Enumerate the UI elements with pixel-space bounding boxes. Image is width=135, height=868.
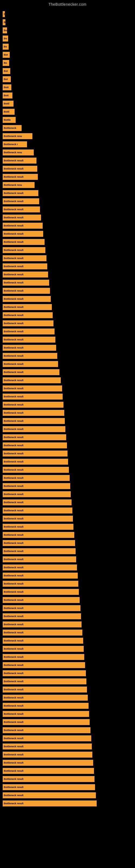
bar-row: Bottleneck result — [3, 572, 130, 579]
bar-row: Bottleneck result — [3, 767, 130, 775]
bar-row: Bottleneck result — [3, 702, 130, 710]
bar-row: Bottleneck result — [3, 735, 130, 742]
bar-row: Bottleneck result — [3, 613, 130, 620]
bottleneck-bar: Bottleneck result — [3, 190, 38, 196]
bottleneck-bar: Bottleneck result — [3, 581, 78, 587]
bar-row: Bottleneck result — [3, 344, 130, 351]
bottleneck-bar: Bottleneck result — [3, 410, 64, 416]
bottleneck-bar: Bottleneck result — [3, 394, 63, 400]
bar-row: Bottleneck result — [3, 222, 130, 229]
bottleneck-bar: Bottleneck result — [3, 345, 56, 351]
bottleneck-bar: Bottleneck result — [3, 239, 45, 245]
bottleneck-bar: Bottleneck result — [3, 369, 59, 375]
bar-row: Bottleneck result — [3, 775, 130, 783]
bar-row: Bottleneck result — [3, 580, 130, 588]
bar-row: Bottleneck result — [3, 547, 130, 555]
bar-row: Bottleneck result — [3, 157, 130, 164]
bottleneck-bar: Bottleneck result — [3, 654, 84, 660]
bar-row: Bottleneck result — [3, 417, 130, 425]
bottleneck-bar: Bottleneck result — [3, 166, 37, 172]
bar-row: Bottleneck result — [3, 718, 130, 726]
bottleneck-bar: Bottleneck result — [3, 434, 66, 440]
bottleneck-bar: Bottleneck result — [3, 329, 54, 335]
site-title: TheBottlenecker.com — [0, 0, 135, 8]
bar-row: Bottleneck result — [3, 360, 130, 368]
bar-row: Bottleneck result — [3, 295, 130, 303]
bar-row: Bottleneck result — [3, 710, 130, 718]
bottleneck-bar: Bottleneck result — [3, 686, 87, 692]
bottleneck-bar: Bottleneck result — [3, 801, 97, 806]
bottleneck-bar: Bo — [3, 60, 9, 66]
bar-row: Bottleneck result — [3, 604, 130, 612]
bar-row: Bottleneck result — [3, 523, 130, 531]
bar-row: Bottleneck result — [3, 393, 130, 400]
bottleneck-bar: Bottleneck result — [3, 223, 43, 229]
bar-row: Bottleneck result — [3, 759, 130, 767]
bar-row: Bottleneck result — [3, 515, 130, 522]
bottleneck-bar: Bottleneck result — [3, 548, 76, 554]
bar-row: Bottleneck result — [3, 686, 130, 693]
bar-row: Bottleneck result — [3, 165, 130, 173]
bar-row: Bottleneck result — [3, 751, 130, 758]
bar-row: Bottleneck result — [3, 507, 130, 514]
bottleneck-bar: Bottle — [3, 117, 16, 123]
bottleneck-bar: Bottleneck result — [3, 231, 43, 237]
bottleneck-bar: Bottleneck result — [3, 402, 63, 408]
bottleneck-bar: Bottleneck result — [3, 532, 74, 538]
bottleneck-bar: Bottleneck result — [3, 784, 95, 790]
bar-row: Bottleneck result — [3, 482, 130, 490]
bar-row: Bottleneck resu — [3, 149, 130, 156]
bottleneck-bar: Bott — [3, 84, 11, 90]
bar-row: Bottleneck result — [3, 564, 130, 571]
bottleneck-bar: Bottleneck result — [3, 337, 55, 343]
bottleneck-bar: Bottleneck result — [3, 215, 41, 220]
bar-row: Bottleneck result — [3, 653, 130, 661]
bar-row: Bottl — [3, 100, 130, 107]
bar-row: Bottleneck result — [3, 499, 130, 506]
bottleneck-bar: Bottleneck result — [3, 304, 52, 310]
bottleneck-bar: Bottleneck result — [3, 353, 57, 359]
bottleneck-bar: Bottleneck result — [3, 280, 49, 286]
bottleneck-bar: Bottleneck result — [3, 776, 94, 782]
bottleneck-bar: Bottleneck result — [3, 426, 65, 432]
bar-row: Bottleneck result — [3, 328, 130, 335]
bar-row: Bottleneck result — [3, 678, 130, 685]
bar-row: Bottleneck result — [3, 425, 130, 433]
bottleneck-bar: B — [3, 11, 5, 17]
bottleneck-bar: Bottleneck result — [3, 760, 93, 766]
bar-row: Bottleneck resu — [3, 132, 130, 140]
bar-row: Bottleneck result — [3, 588, 130, 596]
bottleneck-bar: Bot — [3, 52, 10, 58]
bottleneck-bar: Bottleneck result — [3, 711, 89, 717]
bar-row: Bottleneck result — [3, 556, 130, 563]
bar-row: Bot — [3, 67, 130, 75]
bottleneck-bar: Bottleneck result — [3, 320, 53, 326]
bar-row: Bottleneck result — [3, 401, 130, 408]
bottleneck-bar: Bottleneck result — [3, 312, 53, 318]
bar-row: Bottleneck result — [3, 531, 130, 539]
bottleneck-bar: Bottleneck result — [3, 418, 65, 424]
bar-row: Bottleneck result — [3, 376, 130, 384]
bottleneck-bar: Bottleneck — [3, 125, 21, 131]
bar-row: Bottleneck — [3, 124, 130, 132]
bottleneck-bar: Bottl — [3, 101, 13, 106]
bottleneck-bar: Bottleneck result — [3, 475, 70, 481]
bottleneck-bar: Bottleneck result — [3, 662, 85, 668]
bar-row: Bottleneck result — [3, 694, 130, 702]
bottleneck-bar: Bottleneck resu — [3, 182, 35, 188]
bottleneck-bar: Bottleneck result — [3, 597, 80, 603]
bottleneck-bar: Bottleneck result — [3, 507, 72, 514]
bar-row: Bottleneck result — [3, 442, 130, 449]
bar-row: Bottleneck result — [3, 319, 130, 327]
bar-row: Bottleneck result — [3, 368, 130, 376]
bottleneck-bar: Bottleneck result — [3, 556, 76, 562]
bar-row: Bottleneck result — [3, 254, 130, 262]
bar-row: Bottleneck result — [3, 238, 130, 246]
bottleneck-bar: Bottleneck result — [3, 646, 84, 652]
bottleneck-bar: Bottleneck result — [3, 678, 86, 684]
bar-row: Bottleneck result — [3, 783, 130, 791]
bottleneck-bar: Bottleneck result — [3, 670, 86, 676]
bottleneck-bar: Bottleneck result — [3, 629, 82, 636]
bar-row: Bottleneck result — [3, 621, 130, 628]
bottleneck-bar: Bott — [3, 93, 12, 98]
